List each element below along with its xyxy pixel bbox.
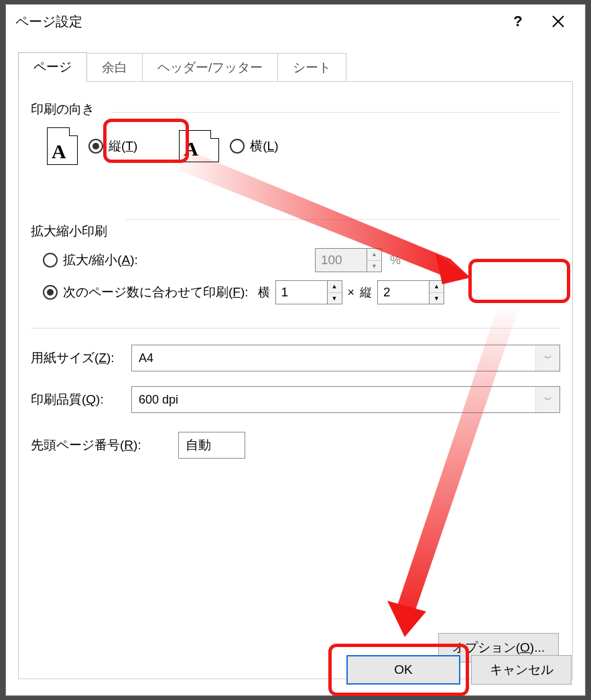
radio-fit-label: 次のページ数に合わせて印刷(F): xyxy=(63,284,249,301)
adjust-to-spinner[interactable]: ▲ ▼ xyxy=(315,248,382,272)
page-setup-dialog: ページ設定 ? ページ 余白 ヘッダー/フッター シート 印刷の向き A xyxy=(5,4,586,696)
spinner-up-icon[interactable]: ▲ xyxy=(367,249,381,261)
radio-adjust-label: 拡大/縮小(A): xyxy=(63,251,138,269)
window-title: ページ設定 xyxy=(13,13,498,31)
radio-fit-to[interactable]: 次のページ数に合わせて印刷(F): xyxy=(43,284,249,301)
tab-margins[interactable]: 余白 xyxy=(86,53,143,82)
pages-wide-spinner[interactable]: ▲ ▼ xyxy=(275,280,342,304)
chevron-down-icon: ﹀ xyxy=(535,387,560,412)
help-button[interactable]: ? xyxy=(498,5,538,38)
pages-wide-label: 横 xyxy=(258,284,270,300)
tab-strip: ページ 余白 ヘッダー/フッター シート xyxy=(18,52,573,81)
tab-header-footer[interactable]: ヘッダー/フッター xyxy=(142,53,278,82)
spinner-down-icon[interactable]: ▼ xyxy=(367,261,381,272)
scaling-section-title: 拡大縮小印刷 xyxy=(31,223,560,240)
paper-size-value: A4 xyxy=(139,351,153,365)
divider xyxy=(113,112,560,113)
cancel-button[interactable]: キャンセル xyxy=(471,655,572,685)
close-button[interactable] xyxy=(538,5,578,38)
paper-size-select[interactable]: A4 ﹀ xyxy=(131,345,560,371)
portrait-page-icon: A xyxy=(47,127,78,165)
tab-page[interactable]: ページ xyxy=(18,52,87,82)
spinner-up-icon[interactable]: ▲ xyxy=(430,281,444,293)
pages-tall-spinner[interactable]: ▲ ▼ xyxy=(377,280,444,304)
radio-portrait[interactable]: 縦(T) xyxy=(88,137,137,155)
pages-wide-input[interactable] xyxy=(276,281,327,304)
radio-portrait-label: 縦(T) xyxy=(109,137,137,155)
spinner-down-icon[interactable]: ▼ xyxy=(328,293,342,304)
letter-a-icon: A xyxy=(52,141,66,162)
radio-icon xyxy=(43,285,58,300)
percent-label: % xyxy=(390,253,401,268)
first-page-number-input[interactable]: 自動 xyxy=(178,432,245,459)
landscape-page-icon: A xyxy=(179,130,219,162)
titlebar: ページ設定 ? xyxy=(6,5,585,38)
first-page-number-value: 自動 xyxy=(186,436,211,454)
letter-a-icon: A xyxy=(184,139,198,159)
paper-size-label: 用紙サイズ(Z): xyxy=(31,349,131,367)
radio-adjust-to[interactable]: 拡大/縮小(A): xyxy=(43,251,138,269)
pages-tall-label: 縦 xyxy=(360,284,372,300)
spinner-down-icon[interactable]: ▼ xyxy=(430,293,444,304)
first-page-number-label: 先頭ページ番号(R): xyxy=(31,436,178,454)
close-icon xyxy=(551,15,565,28)
chevron-down-icon: ﹀ xyxy=(535,345,560,371)
print-quality-value: 600 dpi xyxy=(139,393,178,407)
pages-tall-input[interactable] xyxy=(378,281,429,304)
radio-icon xyxy=(88,139,103,154)
adjust-to-input[interactable] xyxy=(316,249,367,272)
spinner-up-icon[interactable]: ▲ xyxy=(328,281,342,293)
radio-landscape[interactable]: 横(L) xyxy=(230,137,278,155)
print-quality-select[interactable]: 600 dpi ﹀ xyxy=(131,386,560,413)
by-label: × xyxy=(348,286,355,300)
divider xyxy=(126,219,560,220)
divider xyxy=(31,328,560,329)
radio-icon xyxy=(43,253,58,268)
tab-panel-page: 印刷の向き A 縦(T) A xyxy=(18,81,573,679)
ok-button[interactable]: OK xyxy=(346,655,460,685)
radio-landscape-label: 横(L) xyxy=(250,137,278,155)
tab-sheet[interactable]: シート xyxy=(277,53,346,82)
radio-icon xyxy=(230,139,245,154)
print-quality-label: 印刷品質(Q): xyxy=(31,391,131,408)
orientation-section-title: 印刷の向き xyxy=(31,101,560,118)
